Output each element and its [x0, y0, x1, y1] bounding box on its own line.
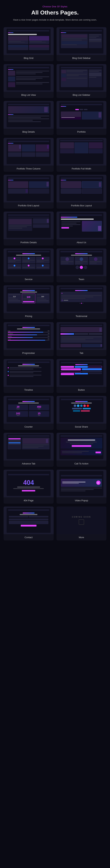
- card-blog-list-view[interactable]: Blog List View: [4, 64, 54, 98]
- card-label-advance-tab: Advance Tab: [21, 461, 37, 467]
- thumb-blog-list-sidebar: [57, 64, 107, 92]
- card-portfolio-three-column[interactable]: Portfolio Three Column: [4, 138, 54, 172]
- card-team[interactable]: Team: [57, 248, 107, 282]
- card-label-portfolio-three-column: Portfolio Three Column: [15, 165, 42, 172]
- card-label-contact: Contact: [23, 534, 34, 540]
- card-call-to-action[interactable]: Call To Action: [57, 433, 107, 467]
- card-label-more: More: [77, 534, 85, 540]
- card-label-blog-list-sidebar: Blog List Sidebar: [71, 92, 91, 98]
- card-label-service: Service: [23, 276, 34, 282]
- card-more[interactable]: COMING SOON More: [57, 506, 107, 540]
- card-about-us[interactable]: About Us: [57, 212, 107, 246]
- card-label-testimonial: Testimonial: [74, 313, 89, 319]
- card-label-call-to-action: Call To Action: [73, 461, 90, 467]
- thumb-more: COMING SOON: [57, 506, 107, 534]
- card-portfolio[interactable]: Portfolio: [57, 101, 107, 135]
- card-button[interactable]: Button: [57, 359, 107, 393]
- thumb-portfolio: [57, 101, 107, 129]
- card-counter[interactable]: 29 Projects 450 Clients 102 Awards 15: [4, 396, 54, 430]
- card-pricing[interactable]: $19 $49: [4, 285, 54, 319]
- card-label-portfolio-grid-layout: Portfolio Grid Layout: [16, 203, 41, 209]
- thumb-blog-list-view: [4, 64, 54, 92]
- card-timeline[interactable]: Timeline: [4, 359, 54, 393]
- card-blog-list-sidebar[interactable]: Blog List Sidebar: [57, 64, 107, 98]
- card-label-tab: Tab: [78, 350, 85, 356]
- thumb-social-share: f t in ig yt: [57, 396, 107, 424]
- card-video-popup[interactable]: ▶ Video Popup: [57, 470, 107, 504]
- card-blog-grid-sidebar[interactable]: Blog Grid Sidebar: [57, 27, 107, 61]
- card-label-blog-grid-sidebar: Blog Grid Sidebar: [71, 55, 92, 61]
- thumb-404-page: 404: [4, 470, 54, 497]
- card-tab[interactable]: Tab: [57, 322, 107, 356]
- page-wrapper: Choose One Of Styles All Others Pages. H…: [0, 0, 110, 548]
- card-label-team: Team: [77, 276, 86, 282]
- thumb-tab: [57, 322, 107, 350]
- thumb-service: [4, 248, 54, 276]
- card-portfolio-full-width[interactable]: Portfolio Full Width: [57, 138, 107, 172]
- thumb-counter: 29 Projects 450 Clients 102 Awards 15: [4, 396, 54, 424]
- card-label-about-us: About Us: [75, 239, 88, 246]
- card-label-social-share: Social Share: [73, 424, 89, 430]
- thumb-button: [57, 359, 107, 387]
- coming-soon-text: COMING SOON: [72, 506, 91, 534]
- card-blog-grid[interactable]: Blog Grid: [4, 27, 54, 61]
- thumb-pricing: $19 $49: [4, 285, 54, 313]
- thumb-blog-grid: [4, 27, 54, 55]
- card-advance-tab[interactable]: Advance Tab: [4, 433, 54, 467]
- card-404-page[interactable]: 404 404 Page: [4, 470, 54, 504]
- header-description: Have a nice Inner pages include in doob …: [4, 18, 106, 22]
- card-service[interactable]: Service: [4, 248, 54, 282]
- thumb-progressbar: Design 85% Development 70%: [4, 322, 54, 350]
- card-label-counter: Counter: [23, 424, 34, 430]
- page-header: Choose One Of Styles All Others Pages. H…: [4, 5, 106, 22]
- card-label-404-page: 404 Page: [22, 497, 35, 504]
- thumb-call-to-action: [57, 433, 107, 461]
- thumb-team: [57, 248, 107, 276]
- card-portfolio-details[interactable]: Portfolio Details: [4, 212, 54, 246]
- thumb-portfolio-grid-layout: [4, 175, 54, 203]
- card-label-progressbar: Progressbar: [21, 350, 36, 356]
- thumb-portfolio-box-layout: [57, 175, 107, 203]
- card-label-portfolio-full-width: Portfolio Full Width: [70, 165, 93, 172]
- thumb-blog-details: [4, 101, 54, 129]
- card-progressbar[interactable]: Design 85% Development 70%: [4, 322, 54, 356]
- card-label-button: Button: [77, 387, 86, 393]
- page-title: All Others Pages.: [4, 9, 106, 16]
- thumb-timeline: [4, 359, 54, 387]
- thumb-blog-grid-sidebar: [57, 27, 107, 55]
- card-contact[interactable]: Contact: [4, 506, 54, 540]
- card-label-pricing: Pricing: [24, 313, 34, 319]
- thumb-contact: [4, 506, 54, 534]
- card-label-blog-grid: Blog Grid: [22, 55, 35, 61]
- card-label-portfolio-details: Portfolio Details: [19, 239, 38, 246]
- thumb-portfolio-three-column: [4, 138, 54, 165]
- card-label-portfolio-box-layout: Portfolio Box Layout: [70, 203, 93, 209]
- card-blog-details[interactable]: Blog Details: [4, 101, 54, 135]
- card-label-portfolio: Portfolio: [76, 129, 87, 135]
- thumb-advance-tab: [4, 433, 54, 461]
- header-subtitle: Choose One Of Styles: [4, 5, 106, 8]
- card-label-video-popup: Video Popup: [73, 497, 89, 504]
- thumb-about-us: [57, 212, 107, 239]
- card-label-blog-details: Blog Details: [21, 129, 36, 135]
- card-social-share[interactable]: f t in ig yt Social Sha: [57, 396, 107, 430]
- cards-grid: Blog Grid: [4, 27, 106, 540]
- card-label-timeline: Timeline: [23, 387, 34, 393]
- thumb-video-popup: ▶: [57, 470, 107, 497]
- card-testimonial[interactable]: " Testimoni: [57, 285, 107, 319]
- card-portfolio-grid-layout[interactable]: Portfolio Grid Layout: [4, 175, 54, 209]
- card-label-blog-list-view: Blog List View: [20, 92, 37, 98]
- card-portfolio-box-layout[interactable]: Portfolio Box Layout: [57, 175, 107, 209]
- thumb-portfolio-details: [4, 212, 54, 239]
- thumb-portfolio-full-width: [57, 138, 107, 165]
- thumb-testimonial: ": [57, 285, 107, 313]
